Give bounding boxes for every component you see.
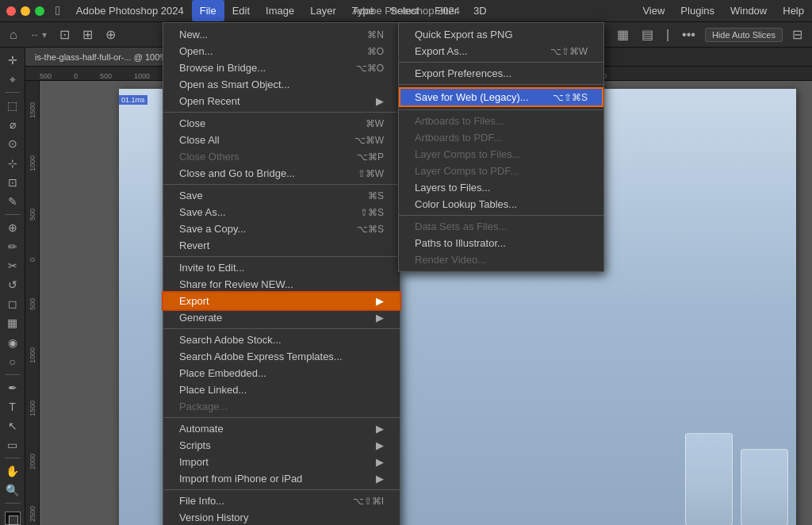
close-go-bridge-menu-item[interactable]: Close and Go to Bridge... ⇧⌘W	[163, 165, 400, 182]
color-lookup-item[interactable]: Color Lookup Tables...	[399, 196, 603, 213]
share-review-menu-item[interactable]: Share for Review NEW...	[163, 276, 400, 293]
save-for-web-label: Save for Web (Legacy)...	[415, 91, 529, 103]
scripts-menu-item[interactable]: Scripts ▶	[163, 437, 400, 454]
save-for-web-item[interactable]: Save for Web (Legacy)... ⌥⇧⌘S	[399, 87, 603, 107]
title-bar:  Adobe Photoshop 2024 File Edit Image L…	[0, 0, 812, 22]
eraser-tool[interactable]: ◻	[3, 296, 22, 312]
view-menu-item[interactable]: View	[634, 0, 672, 21]
generate-menu-item[interactable]: Generate ▶	[163, 309, 400, 326]
open-recent-menu-item[interactable]: Open Recent ▶	[163, 93, 400, 109]
exp-sep-2	[399, 84, 603, 85]
close-button[interactable]	[6, 6, 16, 16]
quick-export-png-item[interactable]: Quick Export as PNG	[399, 26, 603, 43]
help-menu-item[interactable]: Help	[775, 0, 812, 21]
search-express-menu-item[interactable]: Search Adobe Express Templates...	[163, 348, 400, 365]
home-icon[interactable]: ⌂	[6, 26, 21, 44]
separator-icon: |	[663, 26, 672, 44]
right-menu-bar: View Plugins Window Help	[634, 0, 812, 21]
file-info-menu-item[interactable]: File Info... ⌥⇧⌘I	[163, 492, 400, 509]
plugins-menu-item[interactable]: Plugins	[672, 0, 722, 21]
marquee-tool[interactable]: ⬚	[3, 98, 22, 113]
minimize-button[interactable]	[21, 6, 30, 16]
apple-menu[interactable]: 	[48, 0, 68, 21]
crop-tool[interactable]: ⊹	[3, 155, 22, 171]
place-embedded-menu-item[interactable]: Place Embedded...	[163, 365, 400, 381]
layer-menu-item[interactable]: Layer	[302, 0, 344, 21]
timeline-icon: ▤	[638, 25, 657, 44]
traffic-lights	[0, 6, 44, 16]
save-copy-menu-item[interactable]: Save a Copy... ⌥⌘S	[163, 220, 400, 237]
export-submenu: Quick Export as PNG Export As... ⌥⇧⌘W Ex…	[398, 22, 604, 272]
close-others-menu-item: Close Others ⌥⌘P	[163, 148, 400, 165]
artboard-tool[interactable]: ⌖	[3, 71, 22, 87]
window-title: Adobe Photoshop 2024	[352, 5, 460, 17]
invite-edit-menu-item[interactable]: Invite to Edit...	[163, 259, 400, 276]
zoom-tool[interactable]: 🔍	[3, 482, 22, 498]
frame-tool[interactable]: ⊡	[3, 174, 22, 190]
open-menu-item[interactable]: Open... ⌘O	[163, 43, 400, 59]
eyedropper-tool[interactable]: ✎	[3, 194, 22, 209]
file-menu-dropdown: New... ⌘N Open... ⌘O Browse in Bridge...…	[163, 22, 400, 525]
artboards-files-item: Artboards to Files...	[399, 113, 603, 129]
lasso-tool[interactable]: ⌀	[3, 117, 22, 132]
maximize-button[interactable]	[35, 6, 44, 16]
clone-stamp-tool[interactable]: ✂	[3, 258, 22, 274]
save-as-menu-item[interactable]: Save As... ⇧⌘S	[163, 204, 400, 220]
close-menu-item[interactable]: Close ⌘W	[163, 115, 400, 132]
new-menu-item[interactable]: New... ⌘N	[163, 26, 400, 43]
window-menu-item[interactable]: Window	[722, 0, 775, 21]
browse-bridge-menu-item[interactable]: Browse in Bridge... ⌥⌘O	[163, 59, 400, 76]
exp-sep-3	[399, 109, 603, 110]
package-menu-item: Package...	[163, 398, 400, 415]
export-menu-item[interactable]: Export ▶	[163, 293, 400, 309]
edit-menu-item[interactable]: Edit	[224, 0, 258, 21]
healing-tool[interactable]: ⊕	[3, 220, 22, 236]
separator-5	[163, 417, 400, 418]
export-preferences-item[interactable]: Export Preferences...	[399, 65, 603, 82]
import-iphone-menu-item[interactable]: Import from iPhone or iPad ▶	[163, 470, 400, 487]
automate-menu-item[interactable]: Automate ▶	[163, 420, 400, 437]
import-menu-item[interactable]: Import ▶	[163, 454, 400, 470]
separator-4	[163, 328, 400, 329]
quick-select-tool[interactable]: ⊙	[3, 136, 22, 151]
file-menu-item[interactable]: File	[192, 0, 224, 21]
histogram-icon: ▦	[614, 25, 632, 44]
render-video-item: Render Video...	[399, 251, 603, 268]
separator-1	[163, 112, 400, 113]
history-brush-tool[interactable]: ↺	[3, 277, 22, 293]
hand-tool[interactable]: ✋	[3, 463, 22, 479]
close-all-menu-item[interactable]: Close All ⌥⌘W	[163, 132, 400, 148]
document-icon[interactable]: ⊟	[789, 25, 806, 44]
brush-tool[interactable]: ✏	[3, 239, 22, 255]
layer-comps-files-item: Layer Comps to Files...	[399, 146, 603, 163]
tool-options-icon[interactable]: ↔ ▾	[27, 28, 50, 42]
type-tool[interactable]: T	[3, 399, 22, 415]
shape-tool[interactable]: ▭	[3, 437, 22, 453]
place-linked-menu-item[interactable]: Place Linked...	[163, 381, 400, 398]
move-tool[interactable]: ✛	[3, 52, 22, 68]
more-options-icon[interactable]: •••	[679, 26, 699, 44]
hide-auto-slices-button[interactable]: Hide Auto Slices	[705, 28, 783, 42]
arrange-icon[interactable]: ⊞	[79, 25, 96, 44]
path-selection-tool[interactable]: ↖	[3, 418, 22, 434]
revert-menu-item[interactable]: Revert	[163, 237, 400, 254]
export-as-item[interactable]: Export As... ⌥⇧⌘W	[399, 43, 603, 59]
version-history-menu-item[interactable]: Version History	[163, 509, 400, 525]
open-smart-object-menu-item[interactable]: Open as Smart Object...	[163, 76, 400, 93]
layers-files-item[interactable]: Layers to Files...	[399, 179, 603, 196]
extras-icon[interactable]: ⊕	[102, 25, 119, 44]
separator-3	[163, 256, 400, 257]
pen-tool[interactable]: ✒	[3, 380, 22, 396]
3d-menu-item[interactable]: 3D	[465, 0, 495, 21]
app-menu-item[interactable]: Adobe Photoshop 2024	[68, 0, 192, 21]
image-menu-item[interactable]: Image	[258, 0, 302, 21]
search-stock-menu-item[interactable]: Search Adobe Stock...	[163, 331, 400, 348]
layer-comps-pdf-item: Layer Comps to PDF...	[399, 163, 603, 179]
dodge-tool[interactable]: ○	[3, 354, 22, 370]
blur-tool[interactable]: ◉	[3, 334, 22, 350]
separator-6	[163, 489, 400, 490]
layer-comp-icon[interactable]: ⊡	[56, 25, 73, 44]
paths-illustrator-item[interactable]: Paths to Illustrator...	[399, 235, 603, 251]
save-menu-item[interactable]: Save ⌘S	[163, 187, 400, 204]
gradient-tool[interactable]: ▦	[3, 315, 22, 331]
